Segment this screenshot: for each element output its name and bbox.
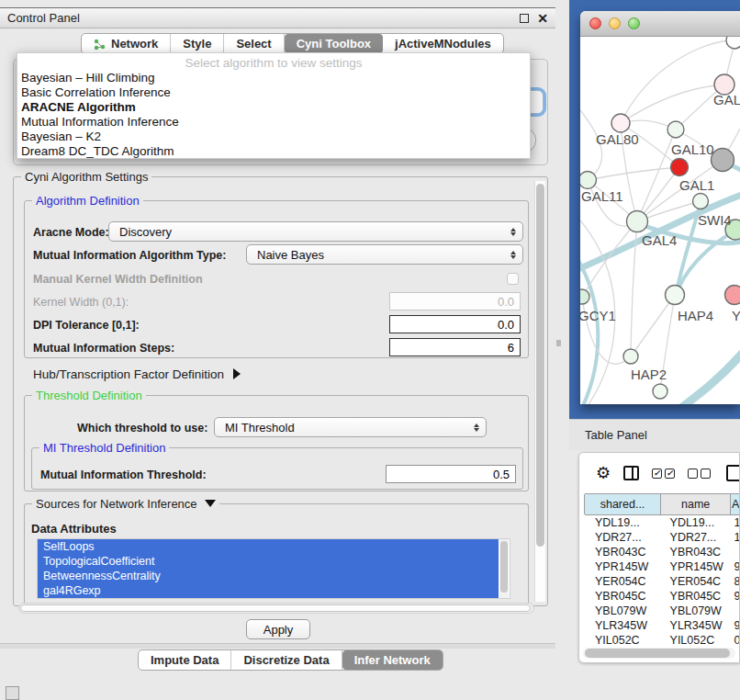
which-threshold-combo[interactable]: MI Threshold — [214, 417, 487, 437]
data-attributes-label: Data Attributes — [31, 522, 117, 536]
network-window-titlebar[interactable] — [580, 11, 740, 37]
table-panel-window: ⚙ ✓✓ shared... name A YDL19... YDL19... … — [578, 452, 740, 663]
network-window[interactable] — [580, 11, 740, 404]
bottom-tabbar: Impute Data Discretize Data Infer Networ… — [138, 649, 443, 671]
cell: YIL052C — [585, 633, 661, 648]
cell: YPR145W — [661, 559, 731, 574]
menu-item-mutual-information[interactable]: Mutual Information Inference — [17, 115, 530, 130]
aracne-mode-combo[interactable]: Discovery — [108, 221, 523, 242]
table-panel-titlebar: Table Panel — [569, 419, 740, 450]
tab-select[interactable]: Select — [224, 34, 284, 53]
tab-jactivemnodules[interactable]: jActiveMNodules — [383, 34, 503, 53]
apply-button[interactable]: Apply — [246, 619, 310, 639]
cell: 12 — [730, 530, 740, 545]
manual-kernel-checkbox[interactable] — [507, 273, 519, 285]
table-row[interactable]: YDL19... YDL19... 13 — [585, 515, 740, 530]
cell — [730, 545, 740, 559]
cell: YBR045C — [661, 589, 731, 604]
list-item-selfloops[interactable]: SelfLoops — [38, 539, 499, 554]
table-horizontal-scrollbar[interactable] — [583, 648, 735, 659]
mini-panel-button[interactable] — [6, 686, 19, 700]
algorithm-menu-placeholder: Select algorithm to view settings — [17, 53, 530, 71]
algorithm-definition-title: Algorithm Definition — [32, 194, 143, 208]
traffic-green-icon[interactable] — [628, 17, 640, 29]
menu-item-dream8[interactable]: Dream8 DC_TDC Algorithm — [17, 144, 530, 159]
cell: YLR345W — [661, 618, 731, 633]
list-item-betweennesscentrality[interactable]: BetweennessCentrality — [38, 569, 499, 583]
tab-impute-data[interactable]: Impute Data — [139, 650, 231, 670]
cell: 9. — [730, 618, 740, 633]
settings-group-title: Cyni Algorithm Settings — [21, 170, 151, 184]
checked-boxes-icon[interactable]: ✓✓ — [652, 469, 675, 479]
tab-network[interactable]: Network — [82, 34, 171, 53]
aracne-mode-label: Aracne Mode: — [33, 226, 109, 239]
table-row[interactable]: YER054C YER054C 8. — [585, 574, 740, 589]
column-header-name[interactable]: name — [660, 494, 731, 514]
settings-vertical-scrollbar[interactable] — [534, 181, 545, 602]
list-item-topologicalcoefficient[interactable]: TopologicalCoefficient — [38, 554, 499, 569]
document-icon[interactable] — [726, 465, 740, 481]
mi-steps-label: Mutual Information Steps: — [33, 342, 174, 355]
node-gal80 — [611, 114, 630, 132]
aracne-mode-value: Discovery — [119, 225, 172, 239]
cell: YDL19... — [661, 515, 731, 530]
node-hap2 — [623, 349, 638, 364]
gear-icon[interactable]: ⚙ — [596, 465, 611, 481]
tab-cyni-toolbox[interactable]: Cyni Toolbox — [285, 34, 383, 53]
table-row[interactable]: YLR345W YLR345W 9. — [585, 618, 740, 633]
which-threshold-label: Which threshold to use: — [77, 422, 207, 435]
screen: Control Panel ✕ Network Style Select Cyn… — [0, 0, 740, 700]
sources-title-text: Sources for Network Inference — [36, 497, 197, 511]
unchecked-boxes-icon[interactable] — [688, 469, 711, 479]
data-attributes-list[interactable]: SelfLoops TopologicalCoefficient Between… — [37, 538, 510, 599]
cell: 9. — [730, 559, 740, 574]
table-row[interactable]: YDR27... YDR27... 12 — [585, 530, 740, 545]
mi-steps-field[interactable] — [389, 338, 521, 356]
tab-style[interactable]: Style — [171, 34, 224, 53]
tab-label: jActiveMNodules — [395, 37, 491, 51]
settings-horizontal-scrollbar[interactable] — [18, 603, 534, 614]
algorithm-dropdown-menu: Select algorithm to view settings Bayesi… — [17, 52, 531, 159]
table-row[interactable]: YBL079W YBL079W — [585, 604, 740, 618]
tab-discretize-data[interactable]: Discretize Data — [231, 650, 342, 670]
float-icon[interactable] — [520, 14, 529, 23]
column-header-partial[interactable]: A — [730, 494, 740, 514]
table-header-row: shared... name A — [585, 494, 740, 515]
menu-item-basic-correlation[interactable]: Basic Correlation Inference — [17, 85, 530, 100]
mi-algorithm-type-combo[interactable]: Naive Bayes — [246, 244, 523, 265]
traffic-yellow-icon[interactable] — [609, 17, 621, 29]
table-row[interactable]: YBR043C YBR043C — [585, 545, 740, 559]
scrollbar-thumb[interactable] — [585, 649, 730, 658]
tab-infer-network[interactable]: Infer Network — [342, 650, 443, 670]
list-item-gal4rgexp[interactable]: gal4RGexp — [38, 583, 499, 598]
kernel-width-label: Kernel Width (0,1): — [33, 296, 129, 309]
node-label-gal11: GAL11 — [581, 188, 623, 204]
sources-title[interactable]: Sources for Network Inference — [32, 497, 219, 511]
mi-threshold-label: Mutual Information Threshold: — [40, 469, 207, 481]
columns-icon[interactable] — [623, 466, 639, 480]
node-label-gal80: GAL80 — [596, 131, 639, 147]
scrollbar-thumb[interactable] — [536, 184, 544, 547]
menu-item-aracne[interactable]: ARACNE Algorithm — [17, 100, 530, 115]
splitter-handle[interactable] — [556, 340, 561, 346]
cell: YBL079W — [585, 604, 661, 618]
mi-threshold-field[interactable] — [386, 465, 516, 483]
kernel-width-field[interactable] — [389, 292, 521, 310]
dpi-tolerance-field[interactable] — [389, 315, 521, 333]
hub-section-header[interactable]: Hub/Transcription Factor Definition — [33, 367, 241, 381]
stepper-icon — [510, 228, 516, 236]
list-vertical-scrollbar[interactable] — [499, 539, 509, 598]
scrollbar-thumb[interactable] — [20, 604, 531, 612]
mi-algorithm-type-value: Naive Bayes — [257, 248, 324, 262]
cell: 0. — [730, 633, 740, 648]
column-header-shared[interactable]: shared... — [584, 494, 661, 514]
table-row[interactable]: YPR145W YPR145W 9. — [585, 559, 740, 574]
table-row[interactable]: YBR045C YBR045C 9. — [585, 589, 740, 604]
close-icon[interactable]: ✕ — [537, 14, 548, 23]
traffic-red-icon[interactable] — [589, 17, 601, 29]
scrollbar-thumb[interactable] — [500, 541, 508, 593]
cell — [730, 604, 740, 618]
menu-item-bayesian-hill-climbing[interactable]: Bayesian – Hill Climbing — [17, 71, 530, 85]
table-row[interactable]: YIL052C YIL052C 0. — [585, 633, 740, 648]
menu-item-bayesian-k2[interactable]: Bayesian – K2 — [17, 130, 530, 144]
